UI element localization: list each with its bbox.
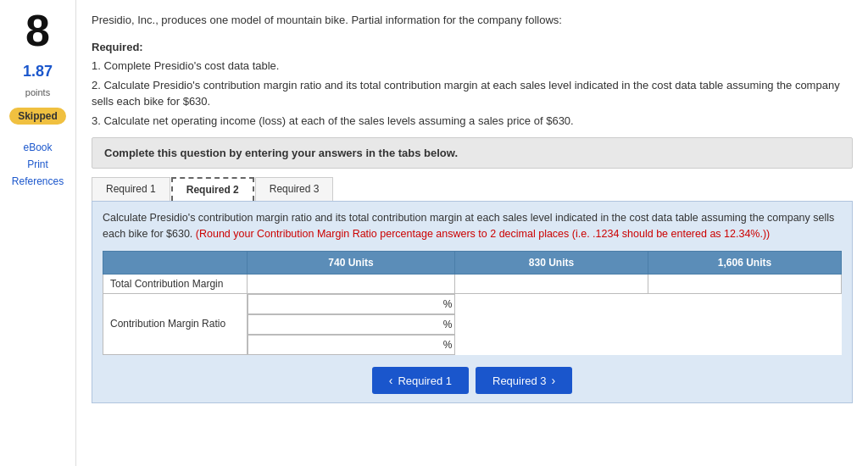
row-label-tcm: Total Contribution Margin	[103, 274, 248, 293]
skipped-badge: Skipped	[9, 108, 66, 125]
tcm-input-1606-field[interactable]	[650, 276, 839, 291]
col-header-830: 830 Units	[455, 251, 648, 274]
nav-buttons: ‹ Required 1 Required 3 ›	[103, 367, 842, 394]
question-number: 8	[25, 8, 50, 53]
col-header-1606: 1,606 Units	[648, 251, 842, 274]
next-button-label: Required 3	[492, 374, 547, 387]
main-content: Presidio, Inc., produces one model of mo…	[76, 0, 868, 466]
pct-sign-830: %	[443, 319, 453, 330]
print-link[interactable]: Print	[27, 158, 48, 170]
required-header: Required:	[92, 41, 143, 53]
sidebar: 8 1.87 points Skipped eBook Print Refere…	[0, 0, 76, 466]
instruction-text: Complete this question by entering your …	[104, 147, 458, 159]
tcm-input-1606[interactable]	[648, 274, 842, 293]
sidebar-links: eBook Print References	[4, 141, 71, 187]
required-list: Required: 1. Complete Presidio's cost da…	[92, 39, 853, 130]
cmr-input-740-field[interactable]	[250, 297, 443, 312]
tcm-input-740-field[interactable]	[249, 276, 453, 291]
row-label-cmr: Contribution Margin Ratio	[103, 293, 248, 355]
tab-required-2[interactable]: Required 2	[171, 177, 254, 201]
prev-button-label: Required 1	[398, 374, 452, 387]
cmr-input-1606[interactable]: %	[248, 335, 455, 355]
cmr-input-1606-field[interactable]	[250, 337, 443, 352]
tcm-input-740[interactable]	[248, 274, 455, 293]
calc-description: Calculate Presidio's contribution margin…	[103, 210, 842, 242]
req2-text: 2. Calculate Presidio's contribution mar…	[92, 77, 853, 110]
next-arrow-icon: ›	[552, 374, 556, 387]
col-header-740: 740 Units	[248, 251, 455, 274]
data-table: 740 Units 830 Units 1,606 Units Total Co…	[103, 251, 842, 356]
prev-button[interactable]: ‹ Required 1	[372, 367, 469, 394]
prev-arrow-icon: ‹	[389, 374, 393, 387]
tab-required-3[interactable]: Required 3	[255, 177, 334, 201]
req3-text: 3. Calculate net operating income (loss)…	[92, 113, 853, 130]
cmr-input-740[interactable]: %	[248, 294, 455, 314]
col-header-empty	[103, 251, 248, 274]
calc-desc-red: (Round your Contribution Margin Ratio pe…	[196, 228, 770, 240]
references-link[interactable]: References	[12, 175, 64, 187]
ebook-link[interactable]: eBook	[23, 141, 52, 153]
problem-intro: Presidio, Inc., produces one model of mo…	[92, 12, 853, 29]
tabs-container: Required 1 Required 2 Required 3	[92, 177, 853, 201]
cmr-input-830[interactable]: %	[248, 314, 455, 335]
req1-text: 1. Complete Presidio's cost data table.	[92, 58, 853, 75]
tcm-input-830-field[interactable]	[457, 276, 646, 291]
tcm-input-830[interactable]	[455, 274, 648, 293]
points-value: 1.87	[23, 63, 53, 80]
pct-sign-1606: %	[443, 339, 453, 351]
points-label: points	[25, 87, 50, 97]
next-button[interactable]: Required 3 ›	[476, 367, 572, 394]
cmr-input-830-field[interactable]	[250, 317, 443, 332]
tab-required-1[interactable]: Required 1	[92, 177, 170, 201]
row-total-contribution-margin: Total Contribution Margin	[103, 274, 842, 293]
row-contribution-margin-ratio: Contribution Margin Ratio % % %	[103, 293, 842, 355]
pct-sign-740: %	[443, 298, 453, 310]
content-area: Calculate Presidio's contribution margin…	[92, 201, 853, 403]
instruction-box: Complete this question by entering your …	[92, 137, 853, 169]
